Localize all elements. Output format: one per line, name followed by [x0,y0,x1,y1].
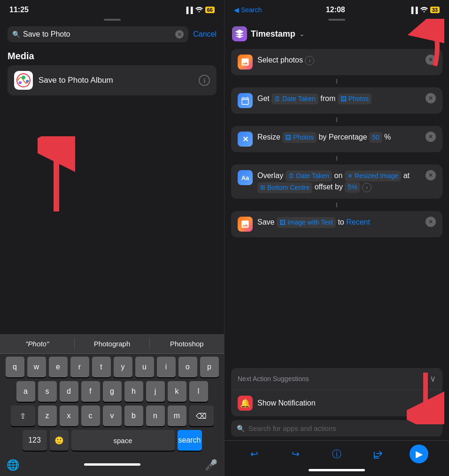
overlay-close[interactable]: ✕ [426,170,436,180]
resize-close[interactable]: ✕ [426,132,436,142]
key-y[interactable]: y [114,357,132,377]
key-g[interactable]: g [103,381,122,402]
get-date-text: Get 🗓Date Taken from 🖼Photos [257,94,372,102]
key-k[interactable]: k [168,381,186,402]
key-r[interactable]: r [70,357,89,377]
resized-icon: ✕ [348,172,353,181]
key-c[interactable]: c [81,406,100,426]
key-n[interactable]: n [146,406,165,426]
overlay-arrow-icon[interactable]: › [362,183,372,192]
suggestion-photo-quoted[interactable]: "Photo" [0,338,75,350]
key-d[interactable]: d [60,381,78,402]
mic-icon[interactable]: 🎤 [205,459,217,471]
right-status-icons: ▐▐ 33 [409,7,440,14]
search-input-wrap[interactable]: 🔍 Save to Photo ✕ [8,26,188,42]
key-shift[interactable]: ⇧ [11,406,35,426]
image-with-text-badge[interactable]: 🖼Image with Text [277,217,336,228]
key-x[interactable]: x [60,406,78,426]
suggestions-toggle-icon[interactable]: ∨ [430,374,436,384]
key-h[interactable]: h [124,381,143,402]
globe-icon[interactable]: 🌐 [7,459,19,471]
chevron-down-icon[interactable]: ⌄ [299,30,305,38]
undo-button[interactable]: ↩ [245,445,264,463]
redo-button[interactable]: ↪ [286,445,305,463]
key-q[interactable]: q [6,357,24,377]
percentage-badge[interactable]: 50 [369,132,382,143]
offset-badge[interactable]: 5% [345,182,360,193]
key-o[interactable]: o [178,357,197,377]
select-photos-close[interactable]: ✕ [426,55,436,65]
key-z[interactable]: z [38,406,57,426]
play-button[interactable]: ▶ [410,445,428,463]
image-text-icon: 🖼 [279,218,286,227]
key-search[interactable]: search [178,430,202,451]
get-date-card: Get 🗓Date Taken from 🖼Photos ✕ [231,87,442,114]
key-t[interactable]: t [92,357,111,377]
recent-link[interactable]: Recent [346,218,370,226]
select-photos-arrow-icon[interactable]: › [305,56,314,65]
left-status-bar: 11:25 ▐▐ 66 [0,0,224,17]
key-a[interactable]: a [16,381,35,402]
suggestion-photograph[interactable]: Photograph [75,338,149,350]
done-button[interactable]: Done [422,29,442,39]
info-button[interactable]: ℹ [199,75,210,86]
actions-scroll[interactable]: Select photos › ✕ Get 🗓Date Taken [224,46,449,368]
resize-icon: ✕ [238,132,253,147]
bottom-toolbar: ↩ ↪ ⓘ ▶ [224,440,449,466]
media-section-label: Media [0,47,224,65]
clear-button[interactable]: ✕ [175,30,184,39]
add-suggestion-button[interactable]: + [429,397,436,410]
bottom-centre-badge[interactable]: ⊞Bottom Centre [257,182,312,193]
r-wifi-icon [420,7,428,14]
right-home-bar [309,469,365,471]
save-image-card: Save 🖼Image with Text to Recent ✕ [231,211,442,237]
right-phone-panel: ◀ Search 12:08 ▐▐ 33 Timestamp ⌄ Done [224,0,449,476]
date-taken-badge[interactable]: 🗓Date Taken [271,94,318,104]
key-row-1: q w e r t y u i o p [2,357,222,377]
cancel-button[interactable]: Cancel [193,30,217,39]
save-image-close[interactable]: ✕ [426,217,436,227]
key-l[interactable]: l [189,381,208,402]
overlay-date-badge[interactable]: 🗓Date Taken [286,171,333,181]
search-actions-placeholder: Search for apps and actions [248,424,437,432]
connector-2 [336,117,337,122]
left-drag-handle [104,19,121,21]
key-f[interactable]: f [81,381,100,402]
key-123[interactable]: 123 [23,430,47,451]
photos-resize-badge[interactable]: 🖼Photos [282,132,317,143]
key-u[interactable]: u [135,357,154,377]
bottom-bar: 🌐 🎤 [0,456,224,476]
key-j[interactable]: j [146,381,165,402]
key-emoji[interactable]: 🙂 [50,430,69,451]
key-i[interactable]: i [157,357,176,377]
key-space[interactable]: space [71,430,175,451]
resize-content: Resize 🖼Photos by Percentage 50 % [257,132,421,143]
key-m[interactable]: m [168,406,186,426]
key-e[interactable]: e [49,357,68,377]
search-input[interactable]: Save to Photo [23,30,172,39]
connector-1 [336,79,337,84]
save-to-photo-album-result[interactable]: Save to Photo Album ℹ [8,65,217,95]
key-delete[interactable]: ⌫ [189,406,214,426]
search-actions-input[interactable]: 🔍 Search for apps and actions [231,420,442,437]
left-status-icons: ▐▐ 66 [184,7,215,14]
key-s[interactable]: s [38,381,57,402]
suggestion-photoshop[interactable]: Photoshop [150,338,224,350]
resized-image-badge[interactable]: ✕Resized Image [345,171,401,181]
key-w[interactable]: w [27,357,46,377]
select-photos-card: Select photos › ✕ [231,49,442,75]
svg-point-3 [26,80,29,83]
share-toolbar-button[interactable] [369,445,387,463]
select-photos-text: Select photos › [257,56,314,64]
shortcut-header: Timestamp ⌄ Done [224,24,449,46]
info-toolbar-button[interactable]: ⓘ [327,445,346,463]
result-label: Save to Photo Album [39,76,193,85]
key-p[interactable]: p [200,357,219,377]
photos-badge[interactable]: 🖼Photos [338,94,372,104]
key-v[interactable]: v [103,406,122,426]
key-row-4: 123 🙂 space search [2,430,222,451]
key-b[interactable]: b [124,406,143,426]
r-signal-icon: ▐▐ [409,7,418,14]
get-date-close[interactable]: ✕ [426,93,436,103]
back-search-button[interactable]: ◀ Search [234,6,262,14]
